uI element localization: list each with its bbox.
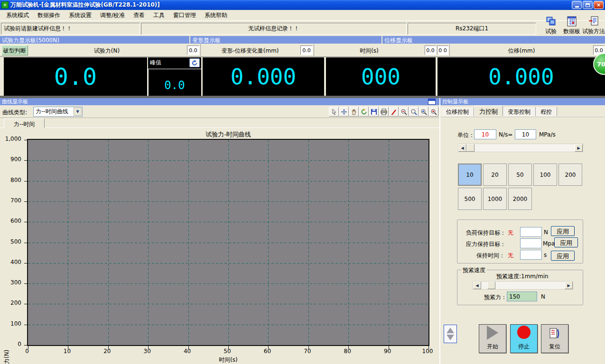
stop-button[interactable]: 停止: [510, 324, 538, 353]
speed-button-10[interactable]: 10: [458, 164, 482, 186]
chart-title: 试验力-时间曲线: [27, 130, 429, 139]
pan-move-icon[interactable]: [339, 107, 349, 117]
specimen-info-message: 试验前请新建试样信息！！: [1, 23, 140, 35]
curve-type-label: 曲线类型:: [2, 109, 27, 117]
speed-button-200[interactable]: 200: [558, 164, 582, 186]
annotate-pen-icon[interactable]: [389, 107, 399, 117]
select-cursor-icon[interactable]: [329, 107, 339, 117]
curve-panel-header: 曲线显示板: [0, 98, 439, 105]
scroll-left-arrow-icon[interactable]: ◀: [473, 282, 481, 289]
y-tick: [24, 263, 27, 264]
rate-mpa-input[interactable]: [515, 129, 536, 139]
preload-scrollbar[interactable]: ◀ ▶: [473, 281, 573, 290]
jog-up-down-button[interactable]: [444, 325, 457, 343]
hold-time-status: 无: [508, 252, 513, 260]
quick-launch-data-board[interactable]: 数据板: [561, 16, 582, 36]
menu-system-settings[interactable]: 系统设置: [65, 10, 96, 21]
scroll-right-arrow-icon[interactable]: ▶: [565, 282, 573, 289]
load-hold-input[interactable]: [520, 227, 542, 237]
stress-hold-input[interactable]: [520, 238, 542, 248]
scroll-right-arrow-icon[interactable]: ▶: [575, 144, 583, 152]
menu-system-mode[interactable]: 系统模式: [2, 10, 33, 21]
save-icon[interactable]: [369, 107, 379, 117]
y-tick-label: 700: [0, 197, 21, 204]
gridline: [188, 140, 189, 345]
speed-button-20[interactable]: 20: [483, 164, 507, 186]
x-tick-label: 30: [135, 348, 159, 355]
restore-button[interactable]: [583, 1, 593, 9]
test-computer-icon: [545, 16, 557, 27]
zoom-window-icon[interactable]: [409, 107, 419, 117]
rate-n-input[interactable]: [474, 129, 496, 139]
reset-button[interactable]: 复位: [541, 324, 568, 353]
gridline: [108, 140, 109, 345]
curve-type-dropdown[interactable]: 力--时间曲线 ▼: [33, 107, 83, 117]
scroll-left-arrow-icon[interactable]: ◀: [458, 144, 466, 152]
zoom-reset-icon[interactable]: [428, 107, 438, 117]
load-hold-status: 无: [508, 229, 513, 237]
zoom-out-icon[interactable]: [399, 107, 409, 117]
chevron-down-icon[interactable]: ▼: [74, 108, 82, 116]
preload-speed-caption: 预紧速度:1mm/min: [496, 273, 549, 281]
speed-button-50[interactable]: 50: [508, 164, 532, 186]
curve-type-value: 力--时间曲线: [36, 108, 68, 116]
specimen-record-message: 无试样信息记录！！: [141, 23, 407, 35]
app-icon: ✳: [1, 1, 9, 9]
rate-scrollbar[interactable]: ◀ ▶: [458, 144, 583, 152]
preload-scrollbar-thumb[interactable]: [487, 282, 495, 289]
curve-tab-force-time[interactable]: 力--时间: [4, 118, 45, 128]
force-label: 试验力(N): [28, 47, 185, 55]
x-axis-labels: 0102030405060708090100: [27, 348, 429, 355]
y-tick: [24, 181, 27, 182]
gridline: [228, 140, 229, 345]
quick-launch-test-method[interactable]: 试验方法: [583, 16, 604, 36]
menu-tools[interactable]: 工具: [149, 10, 169, 21]
plot-area[interactable]: [27, 139, 429, 346]
rate-scrollbar-thumb[interactable]: [466, 144, 475, 152]
peak-reset-button[interactable]: [189, 58, 200, 67]
speed-button-1000[interactable]: 1000: [483, 188, 507, 210]
load-hold-apply-button[interactable]: 应用: [551, 226, 575, 236]
refresh-icon[interactable]: [359, 107, 369, 117]
speed-button-100[interactable]: 100: [533, 164, 557, 186]
quick-launch-test[interactable]: 试验: [540, 16, 561, 36]
curve-panel-maximize-icon[interactable]: [428, 99, 436, 105]
time-aux-value-2: 0 0: [437, 46, 448, 55]
tab-program-control[interactable]: 程控: [536, 107, 557, 116]
break-detect-button[interactable]: 破型判断: [1, 45, 28, 55]
tab-deform-control[interactable]: 变形控制: [503, 107, 536, 116]
quick-launch-data-board-label: 数据板: [563, 27, 580, 36]
menu-window-manage[interactable]: 窗口管理: [169, 10, 200, 21]
menu-view[interactable]: 查看: [129, 10, 149, 21]
tab-force-control[interactable]: 力控制: [474, 106, 503, 116]
hand-drag-icon[interactable]: [349, 107, 359, 117]
menu-data-operation[interactable]: 数据操作: [33, 10, 65, 21]
stress-hold-apply-button[interactable]: 应用: [554, 237, 578, 247]
peak-display: 0.0: [148, 79, 201, 92]
hold-time-apply-button[interactable]: 应用: [551, 251, 575, 261]
tab-displacement-control[interactable]: 位移控制: [441, 107, 474, 116]
menu-bar: 系统模式 数据操作 系统设置 调整/校准 查看 工具 窗口管理 系统帮助: [0, 10, 605, 21]
start-button[interactable]: 开始: [479, 324, 506, 353]
menu-adjust-calibrate[interactable]: 调整/校准: [96, 10, 129, 21]
load-hold-label: 负荷保持目标：: [466, 229, 506, 237]
time-label: 时间(s): [315, 47, 424, 55]
close-button[interactable]: ×: [594, 1, 604, 9]
control-panel: 控制显示板 位移控制 力控制 变形控制 程控 单位： N/s= MPa/s ◀ …: [439, 98, 605, 364]
speed-button-2000[interactable]: 2000: [508, 188, 532, 210]
peak-panel: 峰值 0.0: [148, 57, 201, 96]
speed-button-500[interactable]: 500: [458, 188, 482, 210]
hold-time-input[interactable]: [520, 250, 542, 260]
print-icon[interactable]: [379, 107, 389, 117]
stop-button-label: 停止: [518, 343, 530, 351]
gridline: [68, 140, 68, 345]
stress-hold-unit: Mpa: [543, 240, 555, 247]
x-tick-label: 100: [416, 348, 439, 355]
menu-system-help[interactable]: 系统帮助: [200, 10, 232, 21]
zoom-in-icon[interactable]: [419, 107, 428, 117]
y-tick-label: 200: [0, 300, 21, 306]
preload-force-input[interactable]: [507, 291, 537, 301]
force-aux-value: 0.0: [187, 46, 199, 55]
minimize-button[interactable]: [572, 1, 582, 9]
y-tick-label: 500: [0, 238, 21, 245]
